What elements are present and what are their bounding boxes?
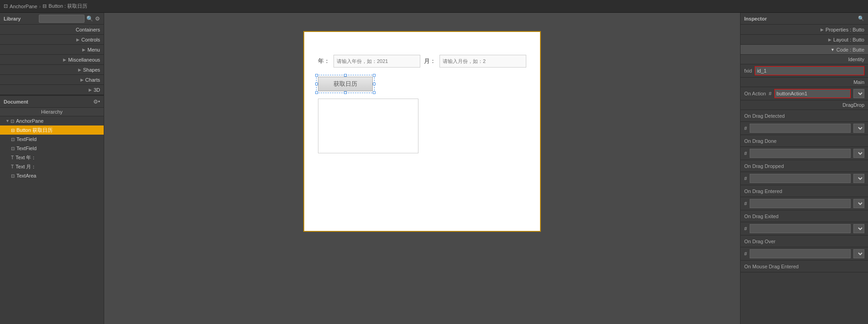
on-drag-entered-row: On Drag Entered (741, 185, 868, 197)
handle-mr[interactable] (373, 83, 376, 85)
button-icon: ⊟ (11, 128, 15, 133)
properties-tab-label: Properties : Butto (826, 27, 864, 32)
drag-entered-select[interactable] (853, 199, 864, 208)
drag-exited-hash: # (744, 226, 747, 231)
month-input[interactable] (439, 55, 526, 68)
drag-detected-hash: # (744, 125, 747, 131)
selected-button-container: 获取日历 (318, 77, 373, 91)
tab-layout[interactable]: ▶ Layout : Butto (741, 35, 868, 45)
text-month-label: Text 月： (16, 163, 36, 170)
on-drag-detected-row: On Drag Detected (741, 110, 868, 122)
handle-bl[interactable] (315, 91, 318, 94)
settings-icon[interactable]: ⚙ (95, 16, 100, 22)
get-calendar-button[interactable]: 获取日历 (318, 77, 373, 91)
handle-br[interactable] (373, 91, 376, 94)
on-drag-exited-input-row: # (741, 222, 868, 235)
textfield1-icon: ⊡ (11, 137, 15, 142)
library-search-input[interactable] (39, 15, 85, 23)
menu-label: Menu (87, 47, 100, 52)
year-input[interactable] (333, 55, 420, 68)
document-section: Document ⚙• Hierarchy ▼ ⊡ AnchorPane ⊟ B… (0, 95, 104, 180)
textfield2-icon: ⊡ (11, 146, 15, 151)
fxid-input[interactable] (755, 66, 864, 75)
category-containers[interactable]: Containers (0, 25, 104, 35)
drag-detected-input[interactable] (750, 124, 851, 133)
drag-dropped-select[interactable] (853, 174, 864, 183)
tree-item-button[interactable]: ⊟ Button 获取日历 (0, 125, 104, 135)
drag-entered-input[interactable] (750, 199, 851, 208)
dragdrop-label: DragDrop (842, 102, 864, 108)
controls-label: Controls (81, 37, 100, 42)
on-drag-done-label: On Drag Done (744, 138, 777, 144)
on-drag-over-label: On Drag Over (744, 239, 775, 244)
breadcrumb-icon-button: ⊟ (42, 3, 47, 9)
inspector-search-icon[interactable]: 🔍 (858, 16, 864, 21)
on-action-row: On Action # (741, 87, 868, 100)
properties-arrow: ▶ (820, 27, 824, 32)
breadcrumb-button[interactable]: Button : 获取日历 (48, 3, 87, 10)
tree-item-text-year[interactable]: T Text 年： (0, 153, 104, 162)
text-month-icon: T (11, 164, 14, 169)
tab-code[interactable]: ▼ Code : Butte (741, 45, 868, 55)
charts-label: Charts (85, 77, 100, 83)
drag-dropped-input[interactable] (750, 174, 851, 183)
drag-exited-input[interactable] (750, 224, 851, 233)
on-drag-exited-row: On Drag Exited (741, 210, 868, 222)
anchorpane-expand-icon: ▼ (5, 119, 10, 123)
text-year-label: Text 年： (16, 154, 36, 161)
anchorpane-label: AnchorPane (16, 118, 44, 124)
drag-over-input[interactable] (750, 249, 851, 258)
document-title: Document (4, 99, 28, 105)
canvas-content: 年： 月： 获取日历 (318, 55, 526, 153)
search-icon[interactable]: 🔍 (86, 16, 93, 22)
shapes-arrow: ▶ (78, 68, 81, 72)
category-charts[interactable]: ▶ Charts (0, 75, 104, 85)
handle-tr[interactable] (373, 74, 376, 77)
containers-label: Containers (76, 27, 100, 32)
document-menu-icon[interactable]: ⚙• (93, 99, 100, 105)
on-drag-entered-input-row: # (741, 197, 868, 210)
tree-item-text-month[interactable]: T Text 月： (0, 162, 104, 171)
drag-detected-select[interactable] (853, 124, 864, 133)
breadcrumb-icon-anchorpane: ⊡ (4, 3, 8, 9)
handle-bc[interactable] (344, 91, 347, 94)
drag-entered-hash: # (744, 201, 747, 206)
text-year-icon: T (11, 155, 14, 160)
main-layout: Library 🔍 ⚙ Containers ▶ Controls ▶ Menu… (0, 13, 868, 324)
year-label: 年： (318, 57, 330, 65)
design-canvas: 年： 月： 获取日历 (303, 31, 541, 232)
category-menu[interactable]: ▶ Menu (0, 45, 104, 55)
on-mouse-drag-entered-row: On Mouse Drag Entered (741, 261, 868, 272)
tree-item-textfield2[interactable]: ⊡ TextField (0, 144, 104, 153)
tab-properties[interactable]: ▶ Properties : Butto (741, 25, 868, 35)
drag-over-select[interactable] (853, 249, 864, 258)
canvas-area[interactable]: 年： 月： 获取日历 (104, 13, 740, 324)
on-action-input[interactable] (774, 89, 851, 98)
category-shapes[interactable]: ▶ Shapes (0, 65, 104, 75)
on-drag-dropped-row: On Drag Dropped (741, 160, 868, 172)
month-label: 月： (424, 57, 436, 65)
library-search-area: 🔍 ⚙ (39, 15, 100, 23)
tree-item-textfield1[interactable]: ⊡ TextField (0, 135, 104, 144)
category-miscellaneous[interactable]: ▶ Miscellaneous (0, 55, 104, 65)
hierarchy-label: Hierarchy (41, 109, 63, 115)
fxid-row: fxid (741, 64, 868, 78)
button-row: 获取日历 (318, 77, 526, 91)
textarea-icon: ⊡ (11, 173, 15, 178)
textarea-box[interactable] (318, 99, 418, 153)
drag-exited-select[interactable] (853, 224, 864, 233)
breadcrumb-anchorpane[interactable]: AnchorPane (10, 4, 37, 9)
on-action-select[interactable] (853, 89, 864, 98)
on-drag-dropped-label: On Drag Dropped (744, 163, 784, 169)
drag-done-input[interactable] (750, 149, 851, 158)
fxid-label: fxid (744, 68, 752, 73)
tree-item-textarea[interactable]: ⊡ TextArea (0, 171, 104, 180)
on-drag-exited-label: On Drag Exited (744, 214, 778, 219)
layout-arrow: ▶ (828, 37, 831, 42)
tree-item-anchorpane[interactable]: ▼ ⊡ AnchorPane (0, 116, 104, 125)
drag-done-select[interactable] (853, 149, 864, 158)
category-3d[interactable]: ▶ 3D (0, 85, 104, 95)
on-drag-entered-label: On Drag Entered (744, 188, 782, 194)
category-controls[interactable]: ▶ Controls (0, 35, 104, 45)
on-drag-detected-input-row: # (741, 122, 868, 135)
